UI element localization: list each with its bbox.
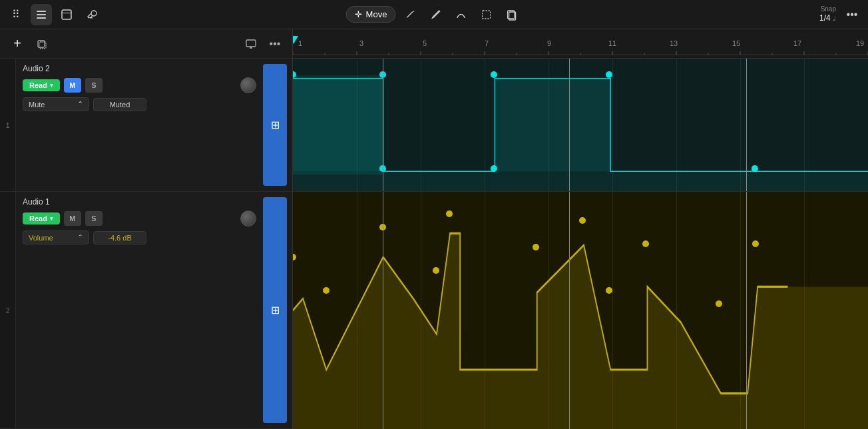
key-button[interactable] <box>81 4 103 25</box>
track-name-audio1: Audio 1 <box>23 197 256 207</box>
track-pan-knob-audio1[interactable] <box>240 211 256 226</box>
svg-marker-46 <box>293 233 868 429</box>
automation-value-audio2: Muted <box>93 98 146 111</box>
toolbar-center: ✛ Move <box>346 4 523 25</box>
automation-point-vol[interactable] <box>752 240 759 247</box>
automation-point[interactable] <box>606 71 612 78</box>
move-tool-button[interactable]: ✛ Move <box>346 6 396 23</box>
svg-text:5: 5 <box>423 39 427 47</box>
automation-point-vol[interactable] <box>433 267 439 274</box>
automation-point-vol[interactable] <box>716 300 722 307</box>
automation-row-audio2: Mute ⌃ Muted <box>23 97 256 111</box>
left-more-button[interactable]: ••• <box>266 35 284 53</box>
toolbar-left: ⠿ <box>5 4 103 25</box>
playhead-line-vol-3 <box>746 192 747 429</box>
svg-rect-43 <box>384 79 495 171</box>
paste-tool-button[interactable] <box>501 4 522 25</box>
list-view-button[interactable] <box>31 4 52 25</box>
main-layout: + ••• 1 Audio 2 <box>0 29 868 429</box>
playhead-line-3 <box>746 59 747 191</box>
automation-point-vol[interactable] <box>579 217 586 224</box>
mute-button-audio1[interactable]: M <box>64 211 81 226</box>
automation-param-select-audio1[interactable]: Volume ⌃ <box>23 230 89 244</box>
mute-button-audio2[interactable]: M <box>64 78 81 93</box>
read-button-audio1[interactable]: Read ▾ <box>23 213 60 224</box>
track-area-audio2[interactable] <box>293 59 868 192</box>
add-track-button[interactable]: + <box>8 35 27 53</box>
left-panel-header: + ••• <box>0 29 292 59</box>
automation-param-select-audio2[interactable]: Mute ⌃ <box>23 97 89 111</box>
playhead-arrow <box>293 36 298 44</box>
automation-point-vol[interactable] <box>323 287 329 294</box>
svg-rect-10 <box>246 40 256 47</box>
grid-view-button[interactable]: ⠿ <box>5 4 27 25</box>
automation-point-vol[interactable] <box>533 244 539 250</box>
svg-rect-4 <box>62 13 71 13</box>
playhead-line-2 <box>569 59 570 191</box>
track-controls-audio1: Audio 1 Read ▾ M S Volume ⌃ -4.6 dB <box>16 192 263 428</box>
more-options-button[interactable]: ••• <box>841 4 863 25</box>
timeline-panel: 1 3 5 7 9 11 13 15 17 19 <box>293 29 868 429</box>
automation-value-audio1: -4.6 dB <box>93 231 146 244</box>
track-number-2: 2 <box>0 192 16 428</box>
move-label: Move <box>366 9 387 19</box>
svg-text:11: 11 <box>608 39 616 47</box>
track-name-audio2: Audio 2 <box>23 64 256 73</box>
waveform-icon-audio1: ⊞ <box>271 304 280 316</box>
track-pan-knob-audio2[interactable] <box>240 77 256 93</box>
svg-text:15: 15 <box>732 39 740 47</box>
solo-button-audio2[interactable]: S <box>85 78 103 93</box>
automation-point[interactable] <box>752 165 758 172</box>
marquee-tool-button[interactable] <box>475 4 497 25</box>
track-row-audio1: 2 Audio 1 Read ▾ M S Volume ⌃ <box>0 192 292 429</box>
svg-rect-0 <box>37 11 46 12</box>
playhead-line-vol-2 <box>569 192 570 429</box>
svg-rect-2 <box>37 17 46 19</box>
track-buttons-audio1: Read ▾ M S <box>23 211 256 226</box>
svg-text:9: 9 <box>547 39 551 47</box>
track-controls-audio2: Audio 2 Read ▾ M S Mute ⌃ Muted <box>16 59 263 191</box>
svg-marker-45 <box>293 79 868 191</box>
automation-point[interactable] <box>491 165 497 172</box>
snap-info: Snap 1/4 ♩ <box>819 5 836 24</box>
curve-tool-button[interactable] <box>450 4 471 25</box>
playhead-line-1 <box>383 59 383 191</box>
svg-text:7: 7 <box>485 39 489 47</box>
toolbar-right: Snap 1/4 ♩ ••• <box>819 4 863 25</box>
playhead-line-vol-1 <box>383 192 383 429</box>
svg-text:3: 3 <box>359 39 363 47</box>
mute-automation-svg <box>293 59 868 191</box>
track-buttons-audio2: Read ▾ M S <box>23 77 256 93</box>
track-waveform-button-audio1[interactable]: ⊞ <box>263 197 287 423</box>
svg-rect-1 <box>37 14 46 15</box>
brush-tool-button[interactable] <box>425 4 446 25</box>
automation-point[interactable] <box>491 71 497 78</box>
top-toolbar: ⠿ ✛ Move <box>0 0 868 29</box>
svg-text:1: 1 <box>298 39 302 47</box>
automation-point-vol[interactable] <box>446 211 453 217</box>
track-number-1: 1 <box>0 59 16 191</box>
automation-row-audio1: Volume ⌃ -4.6 dB <box>23 230 256 244</box>
timeline-ruler: 1 3 5 7 9 11 13 15 17 19 <box>293 29 868 59</box>
duplicate-track-button[interactable] <box>32 35 51 53</box>
svg-rect-3 <box>62 10 71 19</box>
read-button-audio2[interactable]: Read ▾ <box>23 79 60 91</box>
window-button[interactable] <box>56 4 77 25</box>
track-waveform-button-audio2[interactable]: ⊞ <box>263 64 287 186</box>
svg-text:17: 17 <box>793 39 801 47</box>
svg-text:13: 13 <box>670 39 678 47</box>
snap-label: Snap <box>819 5 836 13</box>
screen-mode-button[interactable] <box>242 35 260 53</box>
move-icon: ✛ <box>355 9 362 19</box>
automation-point-vol[interactable] <box>606 287 612 294</box>
track-row-audio2: 1 Audio 2 Read ▾ M S Mute ⌃ <box>0 59 292 192</box>
svg-text:19: 19 <box>856 39 864 47</box>
solo-button-audio1[interactable]: S <box>85 211 103 226</box>
waveform-icon-audio2: ⊞ <box>271 119 280 131</box>
snap-value: 1/4 ♩ <box>819 13 836 24</box>
pencil-tool-button[interactable] <box>399 4 421 25</box>
track-area-audio1[interactable] <box>293 192 868 429</box>
svg-rect-5 <box>482 11 490 19</box>
left-panel: + ••• 1 Audio 2 <box>0 29 293 429</box>
automation-point-vol[interactable] <box>642 240 649 247</box>
